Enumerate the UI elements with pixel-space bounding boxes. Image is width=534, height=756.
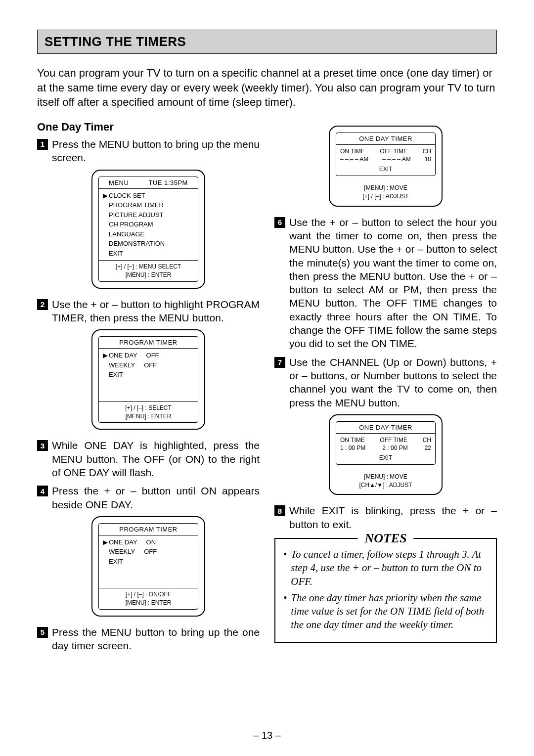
osd-value: OFF bbox=[146, 351, 159, 360]
osd-col-head: ON TIME bbox=[340, 437, 365, 444]
step-number: 5 bbox=[37, 627, 48, 638]
step-text: Press the MENU button to bring up the on… bbox=[52, 625, 260, 653]
osd-help-line: [+] / [–] : ADJUST bbox=[330, 192, 442, 201]
step-1: 1 Press the MENU button to bring up the … bbox=[37, 137, 260, 165]
note-text: To cancel a timer, follow steps 1 throug… bbox=[291, 548, 488, 588]
osd-title-left: MENU bbox=[109, 179, 129, 186]
pointer-icon: ▶ bbox=[103, 537, 109, 547]
step-4: 4 Press the + or – button until ON appea… bbox=[37, 484, 260, 511]
osd-help-line: [+] / [–] : MENU SELECT bbox=[103, 263, 194, 271]
osd-help-line: [+] / [–] : ON/OFF bbox=[103, 590, 194, 599]
osd-item: CH PROGRAM bbox=[109, 220, 153, 229]
step-text: Use the + or – button to select the hour… bbox=[289, 216, 497, 351]
notes-box: NOTES •To cancel a timer, follow steps 1… bbox=[274, 538, 497, 643]
osd-item: WEEKLY bbox=[109, 360, 135, 370]
osd-title: PROGRAM TIMER bbox=[99, 337, 198, 348]
osd-value: ON bbox=[146, 537, 156, 547]
step-number: 2 bbox=[37, 299, 48, 310]
step-2: 2 Use the + or – button to highlight PRO… bbox=[37, 298, 260, 325]
osd-help-line: [MENU] : ENTER bbox=[103, 599, 194, 607]
osd-item: CLOCK SET bbox=[109, 191, 145, 201]
osd-col-head: ON TIME bbox=[340, 148, 365, 155]
step-text: Use the CHANNEL (Up or Down) buttons, + … bbox=[289, 356, 497, 409]
osd-help-line: [MENU] : MOVE bbox=[330, 184, 442, 192]
osd-col-head: OFF TIME bbox=[380, 437, 407, 444]
osd-help-line: [+] / [–] : SELECT bbox=[103, 404, 194, 412]
osd-item: EXIT bbox=[109, 370, 123, 380]
osd-col-value: – –:– – AM bbox=[340, 156, 368, 163]
osd-main-menu: MENU TUE 1:35PM ▶CLOCK SET PROGRAM TIMER… bbox=[91, 170, 205, 289]
pointer-icon: ▶ bbox=[103, 351, 109, 360]
osd-help-line: [MENU] : ENTER bbox=[103, 271, 194, 279]
pointer-icon: ▶ bbox=[103, 191, 109, 201]
osd-col-value: 10 bbox=[425, 156, 431, 163]
step-8: 8 While EXIT is blinking, press the + or… bbox=[274, 504, 497, 531]
osd-value: OFF bbox=[144, 360, 157, 370]
step-text: Press the MENU button to bring up the me… bbox=[52, 137, 260, 165]
section-header: SETTING THE TIMERS bbox=[37, 30, 497, 54]
step-7: 7 Use the CHANNEL (Up or Down) buttons, … bbox=[274, 356, 497, 409]
note-text: The one day timer has priority when the … bbox=[291, 591, 488, 632]
osd-item: PICTURE ADJUST bbox=[109, 210, 164, 220]
bullet-icon: • bbox=[283, 548, 287, 588]
osd-title: ONE DAY TIMER bbox=[336, 133, 435, 144]
osd-help-line: [CH▲/▼] : ADJUST bbox=[330, 481, 442, 489]
step-3: 3 While ONE DAY is highlighted, press th… bbox=[37, 439, 260, 479]
osd-one-day-timer-set: ONE DAY TIMER ON TIME OFF TIME CH 1 : 00… bbox=[329, 414, 443, 495]
osd-exit: EXIT bbox=[336, 165, 435, 176]
osd-col-head: CH bbox=[423, 148, 431, 155]
step-text: While ONE DAY is highlighted, press the … bbox=[52, 439, 260, 479]
step-number: 1 bbox=[37, 139, 48, 150]
osd-title-right: TUE 1:35PM bbox=[148, 179, 187, 186]
subheading: One Day Timer bbox=[37, 121, 260, 133]
notes-title: NOTES bbox=[357, 531, 413, 546]
osd-item: ONE DAY bbox=[109, 351, 137, 360]
section-title: SETTING THE TIMERS bbox=[44, 34, 490, 49]
step-5: 5 Press the MENU button to bring up the … bbox=[37, 625, 260, 653]
osd-col-value: 1 : 00 PM bbox=[340, 445, 365, 451]
step-number: 8 bbox=[274, 505, 285, 516]
osd-col-head: CH bbox=[423, 437, 431, 444]
osd-item: EXIT bbox=[109, 249, 123, 259]
osd-program-timer-on: PROGRAM TIMER ▶ ONE DAYON WEEKLYOFF EXIT… bbox=[91, 516, 205, 617]
step-text: While EXIT is blinking, press the + or –… bbox=[289, 504, 497, 531]
page-number: – 13 – bbox=[253, 730, 281, 741]
osd-program-timer-off: PROGRAM TIMER ▶ ONE DAYOFF WEEKLYOFF EXI… bbox=[91, 329, 205, 430]
osd-item: WEEKLY bbox=[109, 547, 135, 557]
step-text: Use the + or – button to highlight PROGR… bbox=[52, 298, 260, 325]
osd-exit: EXIT bbox=[336, 453, 435, 464]
osd-col-value: 22 bbox=[425, 445, 431, 451]
step-text: Press the + or – button until ON appears… bbox=[52, 484, 260, 511]
osd-help-line: [MENU] : ENTER bbox=[103, 412, 194, 421]
step-6: 6 Use the + or – button to select the ho… bbox=[274, 216, 497, 351]
bullet-icon: • bbox=[283, 591, 287, 632]
osd-one-day-timer-initial: ONE DAY TIMER ON TIME OFF TIME CH – –:– … bbox=[329, 126, 443, 207]
osd-col-value: 2 : 00 PM bbox=[382, 445, 407, 451]
step-number: 7 bbox=[274, 357, 285, 368]
left-column: One Day Timer 1 Press the MENU button to… bbox=[37, 121, 260, 658]
osd-item: EXIT bbox=[109, 557, 123, 567]
osd-value: OFF bbox=[144, 547, 157, 557]
osd-title: ONE DAY TIMER bbox=[336, 422, 435, 433]
osd-item: LANGUAGE bbox=[109, 229, 144, 239]
step-number: 4 bbox=[37, 486, 48, 496]
osd-help-line: [MENU] : MOVE bbox=[330, 473, 442, 481]
osd-col-head: OFF TIME bbox=[380, 148, 407, 155]
osd-title: PROGRAM TIMER bbox=[99, 524, 198, 535]
osd-item: DEMONSTRATION bbox=[109, 239, 165, 249]
osd-item: PROGRAM TIMER bbox=[109, 200, 164, 210]
intro-paragraph: You can program your TV to turn on a spe… bbox=[37, 66, 497, 110]
right-column: ONE DAY TIMER ON TIME OFF TIME CH – –:– … bbox=[274, 121, 497, 658]
osd-item: ONE DAY bbox=[109, 537, 137, 547]
step-number: 3 bbox=[37, 440, 48, 451]
osd-col-value: – –:– – AM bbox=[382, 156, 410, 163]
step-number: 6 bbox=[274, 217, 285, 228]
